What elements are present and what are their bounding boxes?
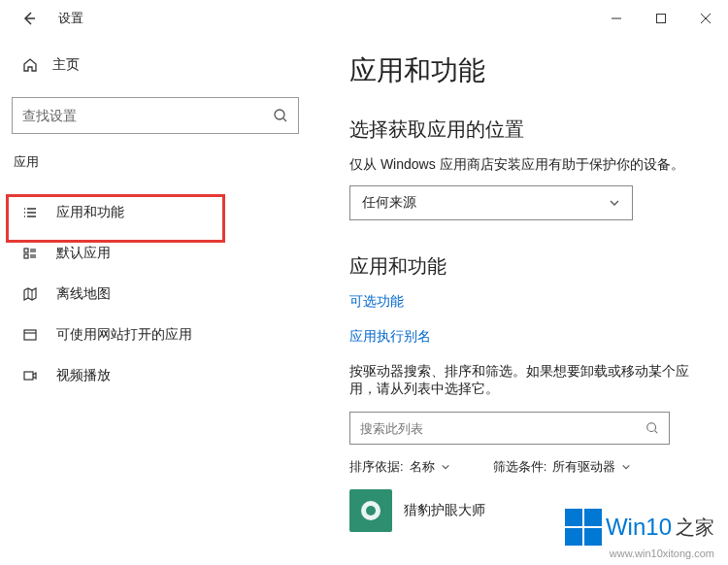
search-settings-field[interactable] bbox=[22, 108, 273, 123]
sidebar-home[interactable]: 主页 bbox=[12, 49, 299, 82]
apps-desc: 按驱动器搜索、排序和筛选。如果想要卸载或移动某个应用，请从列表中选择它。 bbox=[349, 363, 693, 398]
home-icon bbox=[21, 56, 39, 74]
windows-logo-icon bbox=[565, 509, 602, 546]
sidebar-item-offline-maps[interactable]: 离线地图 bbox=[12, 274, 215, 315]
app-icon bbox=[349, 489, 392, 532]
source-dropdown[interactable]: 任何来源 bbox=[349, 185, 633, 220]
close-button[interactable] bbox=[683, 3, 728, 34]
window-title: 设置 bbox=[58, 10, 83, 27]
sidebar-item-label: 应用和功能 bbox=[56, 204, 124, 221]
sidebar: 主页 应用 应用和功能 默认应用 离线地图 可使用网站打开的 bbox=[0, 37, 311, 565]
app-name: 猎豹护眼大师 bbox=[404, 502, 485, 519]
map-icon bbox=[21, 285, 39, 303]
website-icon bbox=[21, 326, 39, 344]
search-icon bbox=[645, 421, 659, 435]
apps-heading: 应用和功能 bbox=[349, 253, 693, 280]
sort-label: 排序依据: bbox=[349, 458, 404, 476]
app-alias-link[interactable]: 应用执行别名 bbox=[349, 328, 693, 346]
chevron-down-icon bbox=[621, 462, 631, 472]
search-icon bbox=[273, 108, 288, 123]
defaults-icon bbox=[21, 245, 39, 262]
chevron-down-icon bbox=[609, 197, 620, 209]
sidebar-item-default-apps[interactable]: 默认应用 bbox=[12, 233, 215, 274]
svg-point-24 bbox=[647, 423, 656, 432]
svg-point-27 bbox=[366, 506, 376, 515]
search-apps-field[interactable] bbox=[360, 421, 645, 436]
page-title: 应用和功能 bbox=[349, 52, 693, 89]
svg-point-5 bbox=[275, 110, 284, 119]
dropdown-value: 任何来源 bbox=[362, 194, 416, 212]
minimize-button[interactable] bbox=[594, 3, 639, 34]
svg-rect-21 bbox=[24, 330, 36, 340]
video-icon bbox=[21, 367, 39, 384]
filter-label: 筛选条件: bbox=[493, 458, 547, 476]
sidebar-item-website-apps[interactable]: 可使用网站打开的应用 bbox=[12, 315, 215, 355]
sidebar-item-label: 离线地图 bbox=[56, 285, 111, 303]
svg-rect-13 bbox=[24, 249, 28, 252]
svg-rect-2 bbox=[657, 15, 666, 23]
sidebar-item-video-playback[interactable]: 视频播放 bbox=[12, 355, 215, 396]
maximize-button[interactable] bbox=[639, 3, 683, 34]
chevron-down-icon bbox=[441, 462, 450, 472]
main-content: 应用和功能 选择获取应用的位置 仅从 Windows 应用商店安装应用有助于保护… bbox=[311, 37, 728, 565]
sidebar-item-label: 可使用网站打开的应用 bbox=[56, 326, 192, 344]
svg-line-25 bbox=[655, 431, 658, 434]
source-heading: 选择获取应用的位置 bbox=[349, 116, 693, 143]
svg-rect-23 bbox=[24, 372, 33, 380]
sidebar-item-apps-features[interactable]: 应用和功能 bbox=[12, 192, 215, 233]
filter-value: 所有驱动器 bbox=[552, 458, 615, 476]
svg-rect-16 bbox=[24, 254, 28, 258]
source-desc: 仅从 Windows 应用商店安装应用有助于保护你的设备。 bbox=[349, 156, 693, 174]
watermark-url: www.win10xitong.com bbox=[565, 548, 714, 559]
sidebar-section-label: 应用 bbox=[12, 153, 299, 171]
sidebar-home-label: 主页 bbox=[52, 56, 80, 74]
sort-dropdown[interactable]: 排序依据: 名称 bbox=[349, 458, 450, 476]
watermark-brand: Win10 bbox=[606, 514, 672, 541]
svg-line-6 bbox=[283, 118, 286, 121]
watermark-suffix: 之家 bbox=[676, 515, 714, 541]
search-settings-input[interactable] bbox=[12, 97, 299, 134]
filter-dropdown[interactable]: 筛选条件: 所有驱动器 bbox=[493, 458, 632, 476]
search-apps-input[interactable] bbox=[349, 412, 670, 445]
list-icon bbox=[21, 204, 39, 221]
sidebar-item-label: 默认应用 bbox=[56, 245, 111, 262]
sort-value: 名称 bbox=[410, 458, 435, 476]
sidebar-item-label: 视频播放 bbox=[56, 367, 111, 384]
back-button[interactable] bbox=[17, 7, 41, 30]
watermark: Win10 之家 www.win10xitong.com bbox=[565, 509, 714, 559]
optional-features-link[interactable]: 可选功能 bbox=[349, 293, 693, 311]
